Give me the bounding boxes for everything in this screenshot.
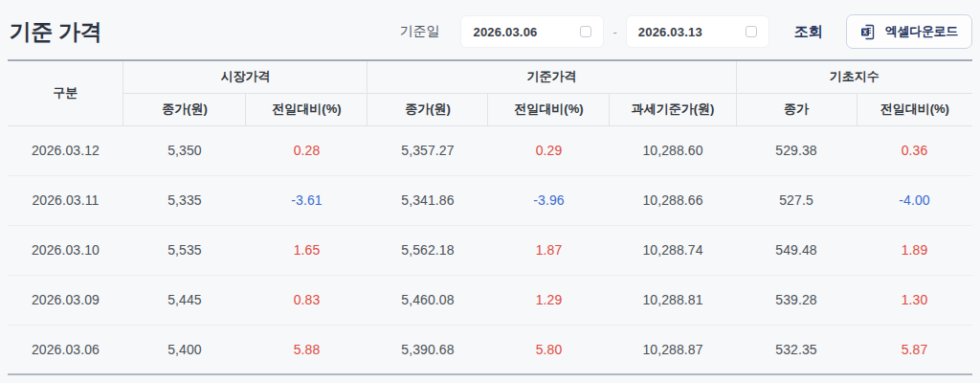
base-price-page: 기준 가격 기준일 2026.03.06 - 2026.03.13 조회: [0, 0, 980, 383]
cell-date: 2026.03.10: [8, 225, 123, 275]
base-date-label: 기준일: [399, 23, 439, 40]
table-row: 2026.03.12 5,350 0.28 5,357.27 0.29 10,2…: [8, 125, 972, 175]
cell-market-change: 0.83: [246, 275, 368, 325]
page-title: 기준 가격: [10, 17, 101, 47]
cell-market-change: 5.88: [246, 325, 368, 374]
search-button[interactable]: 조회: [794, 23, 823, 41]
cell-nav-close: 5,341.86: [368, 175, 488, 225]
calendar-icon[interactable]: [746, 26, 757, 37]
table-row: 2026.03.11 5,335 -3.61 5,341.86 -3.96 10…: [8, 175, 972, 225]
date-from-value: 2026.03.06: [473, 25, 537, 39]
cell-nav-change: -3.96: [488, 175, 610, 225]
cell-date: 2026.03.11: [8, 175, 123, 225]
date-to-input[interactable]: 2026.03.13: [626, 15, 769, 48]
topbar: 기준 가격 기준일 2026.03.06 - 2026.03.13 조회: [8, 0, 972, 59]
calendar-icon[interactable]: [580, 26, 591, 37]
cell-index-close: 532.35: [736, 325, 857, 374]
cell-index-close: 529.38: [736, 125, 857, 175]
column-header-category: 구분: [8, 60, 123, 125]
cell-index-change: 1.30: [857, 275, 972, 325]
cell-nav-close: 5,562.18: [368, 225, 488, 275]
cell-tax-base: 10,288.81: [610, 275, 736, 325]
column-header-nav-close: 종가(원): [368, 93, 488, 125]
cell-nav-change: 1.87: [488, 225, 610, 275]
cell-nav-change: 0.29: [488, 125, 610, 175]
base-price-table: 구분 시장가격 기준가격 기초지수 종가(원) 전일대비(%) 종가(원) 전일…: [8, 59, 972, 375]
cell-index-change: 5.87: [857, 325, 972, 374]
cell-date: 2026.03.12: [8, 125, 123, 175]
date-filter-controls: 기준일 2026.03.06 - 2026.03.13 조회 X: [399, 14, 972, 49]
date-from-input[interactable]: 2026.03.06: [460, 15, 604, 48]
excel-file-icon: X: [860, 24, 877, 40]
cell-market-close: 5,535: [123, 225, 246, 275]
cell-market-change: 0.28: [246, 125, 368, 175]
cell-index-change: 0.36: [857, 125, 972, 175]
date-range-separator: -: [612, 25, 616, 39]
column-header-market-change: 전일대비(%): [246, 93, 368, 125]
column-header-tax-base: 과세기준가(원): [610, 93, 736, 125]
cell-tax-base: 10,288.60: [610, 125, 736, 175]
cell-date: 2026.03.09: [8, 275, 123, 325]
cell-market-close: 5,400: [123, 325, 246, 374]
table-row: 2026.03.09 5,445 0.83 5,460.08 1.29 10,2…: [8, 275, 972, 325]
cell-index-change: -4.00: [857, 175, 972, 225]
cell-market-change: -3.61: [246, 175, 368, 225]
cell-date: 2026.03.06: [8, 325, 123, 374]
cell-index-change: 1.89: [857, 225, 972, 275]
date-to-value: 2026.03.13: [638, 25, 702, 39]
table-header: 구분 시장가격 기준가격 기초지수 종가(원) 전일대비(%) 종가(원) 전일…: [8, 60, 972, 125]
group-header-market-price: 시장가격: [123, 60, 368, 93]
cell-index-close: 549.48: [736, 225, 857, 275]
cell-nav-change: 1.29: [488, 275, 610, 325]
table-body: 2026.03.12 5,350 0.28 5,357.27 0.29 10,2…: [8, 125, 972, 374]
cell-market-change: 1.65: [246, 225, 368, 275]
column-header-index-close: 종가: [736, 93, 857, 125]
cell-nav-close: 5,390.68: [368, 325, 488, 374]
column-header-nav-change: 전일대비(%): [488, 93, 610, 125]
column-header-market-close: 종가(원): [123, 93, 246, 125]
cell-tax-base: 10,288.74: [610, 225, 736, 275]
cell-index-close: 527.5: [736, 175, 857, 225]
excel-download-button[interactable]: X 엑셀다운로드: [846, 14, 972, 49]
column-header-index-change: 전일대비(%): [857, 93, 972, 125]
cell-tax-base: 10,288.87: [610, 325, 736, 374]
group-header-base-price: 기준가격: [368, 60, 736, 93]
cell-market-close: 5,350: [123, 125, 246, 175]
excel-download-label: 엑셀다운로드: [885, 23, 958, 40]
table-row: 2026.03.10 5,535 1.65 5,562.18 1.87 10,2…: [8, 225, 972, 275]
cell-tax-base: 10,288.66: [610, 175, 736, 225]
svg-text:X: X: [863, 28, 868, 34]
cell-nav-close: 5,460.08: [368, 275, 488, 325]
cell-nav-change: 5.80: [488, 325, 610, 374]
cell-market-close: 5,445: [123, 275, 246, 325]
table-row: 2026.03.06 5,400 5.88 5,390.68 5.80 10,2…: [8, 325, 972, 374]
cell-index-close: 539.28: [736, 275, 857, 325]
group-header-base-index: 기초지수: [736, 60, 972, 93]
cell-nav-close: 5,357.27: [368, 125, 488, 175]
cell-market-close: 5,335: [123, 175, 246, 225]
